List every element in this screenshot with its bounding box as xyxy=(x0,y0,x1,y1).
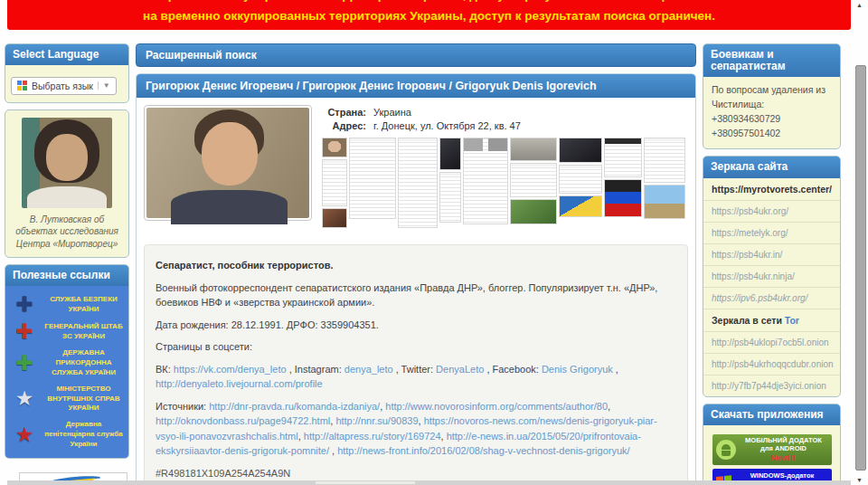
portrait-torso xyxy=(27,186,107,208)
profile-info: Страна: Украина Адрес: г. Донецк, ул. Ок… xyxy=(325,105,688,131)
profile-card: Григорюк Денис Игоревич / Григорюк Денис… xyxy=(136,73,696,485)
page-thumbnail[interactable] xyxy=(439,138,461,170)
source-link[interactable]: http://oknovdonbass.ru/page94722.html xyxy=(156,415,330,426)
profile-portrait xyxy=(146,108,309,218)
mirror-link[interactable]: https://ipv6.psb4ukr.org/ xyxy=(703,287,840,309)
gov-link[interactable]: ✚ ДЕРЖАВНА ПРИКОРДОННА СЛУЖБА УКРАЇНИ xyxy=(10,348,124,377)
gov-link[interactable]: ★ МІНІСТЕРСТВО ВНУТРІШНІХ СПРАВ УКРАЇНИ xyxy=(10,385,124,414)
mirrors-panel-title: Зеркала сайта xyxy=(703,157,840,177)
mirror-link[interactable]: https://psb4ukr.in/ xyxy=(703,243,840,265)
dossier-birth: Дата рождения: 28.12.1991. ДРФО: 3359904… xyxy=(156,318,676,333)
page-thumbnail[interactable] xyxy=(559,138,602,163)
source-link[interactable]: http://dnr-pravda.ru/komanda-izdaniya/ xyxy=(209,401,380,412)
mirror-link[interactable]: https://metelyk.org/ xyxy=(703,222,840,243)
useful-links-panel: Полезные ссылки ✚ СЛУЖБА БЕЗПЕКИ УКРАЇНИ… xyxy=(5,264,129,458)
mirror-link[interactable]: https://psb4ukr.org/ xyxy=(703,200,840,222)
source-link[interactable]: http://news-front.info/2016/02/08/shag-v… xyxy=(337,445,629,456)
gov-emblem-icon: ✚ xyxy=(10,353,39,374)
source-link[interactable]: http://nnr.su/90839 xyxy=(335,415,418,426)
page-thumbnail[interactable] xyxy=(510,138,557,161)
mirror-url: https://ipv6.psb4ukr.org/ xyxy=(712,293,807,303)
page-thumbnail[interactable] xyxy=(559,195,602,217)
social-label: , Instagram: xyxy=(287,364,344,375)
contact-panel-body: По вопросам удаления из Чистилища: +3809… xyxy=(703,77,840,148)
mirror-link[interactable]: https://psb4ukr.ninja/ xyxy=(703,265,840,287)
mirror-link[interactable]: http://psb4uklopi7ocb5l.onion xyxy=(703,331,840,353)
page-thumbnail[interactable] xyxy=(322,138,347,157)
page-thumbnail[interactable] xyxy=(322,208,347,228)
profile-photo[interactable] xyxy=(144,105,312,221)
advanced-search-bar[interactable]: Расширенный поиск xyxy=(136,43,696,67)
mirror-url: http://psb4uklopi7ocb5l.onion xyxy=(712,338,829,347)
useful-links-title: Полезные ссылки xyxy=(5,265,128,286)
mirror-link[interactable]: https://myrotvorets.center/ xyxy=(703,178,840,200)
profile-card-body: Страна: Украина Адрес: г. Донецк, ул. Ок… xyxy=(137,98,695,241)
mirror-link[interactable]: http://psb4ukrhoqqcdubr.onion xyxy=(703,353,840,375)
social-links-line: ВК: https://vk.com/denya_leto , Instagra… xyxy=(156,362,676,392)
source-link[interactable]: http://www.novorosinform.org/comments/au… xyxy=(385,401,608,412)
apps-panel-title: Скачать приложения xyxy=(703,404,840,425)
language-panel-body: Выбрать язык ▼ xyxy=(5,65,128,102)
address-label: Адрес: xyxy=(325,120,366,131)
mirror-link[interactable]: Зеркала в сети Tor xyxy=(703,309,840,331)
profile-title: Григорюк Денис Игоревич / Григорюк Денис… xyxy=(137,74,695,98)
social-link[interactable]: https://vk.com/denya_leto xyxy=(174,364,287,375)
page-thumbnail[interactable] xyxy=(604,179,642,217)
scroll-down-arrow[interactable]: ▼ xyxy=(856,477,863,483)
contact-phone: +380934630729 xyxy=(712,112,832,127)
gov-link[interactable]: ✚ СЛУЖБА БЕЗПЕКИ УКРАЇНИ xyxy=(10,294,124,315)
video-thumbnail[interactable] xyxy=(22,118,112,208)
page-thumbnail[interactable] xyxy=(439,172,461,223)
page-thumbnail[interactable] xyxy=(349,138,396,219)
page-thumbnail[interactable] xyxy=(463,138,508,224)
social-link[interactable]: DenyaLeto xyxy=(436,364,484,375)
right-sidebar: Боевикам и сепаратистам По вопросам удал… xyxy=(703,43,841,485)
social-link[interactable]: denya_leto xyxy=(344,364,393,375)
gov-emblem-icon: ★ xyxy=(10,424,39,445)
social-link[interactable]: Denis Grigoryuk xyxy=(542,364,613,375)
page-thumbnail[interactable] xyxy=(398,138,438,228)
address-value: г. Донецк, ул. Октября 22, кв. 47 xyxy=(373,120,521,131)
page-thumbnail[interactable] xyxy=(559,165,602,194)
mirror-url: https://psb4ukr.org/ xyxy=(712,206,788,216)
source-link[interactable]: http://altapress.ru/story/169724 xyxy=(304,431,441,442)
scroll-up-arrow[interactable]: ▲ xyxy=(856,2,863,8)
banner-line-clipped: на временно оккупированных территориях У… xyxy=(18,0,840,6)
scrollbar-thumb[interactable] xyxy=(855,65,866,471)
language-panel-title: Select Language xyxy=(5,44,128,65)
country-label: Страна: xyxy=(325,107,366,118)
social-heading: Страницы в соцсети: xyxy=(156,339,676,355)
tor-link[interactable]: Tor xyxy=(785,315,799,326)
mirror-link[interactable]: http://y7fb7p44dje3yici.onion xyxy=(703,375,840,396)
thumbnail-strip xyxy=(322,138,688,228)
video-panel-body: В. Лутковская об объектах исследования Ц… xyxy=(5,110,128,258)
gov-emblem-icon: ✚ xyxy=(10,321,39,342)
gov-link[interactable]: ★ Державна пенітенціарна служба України xyxy=(10,420,124,449)
page-thumbnail[interactable] xyxy=(510,199,557,224)
thumbnail-column xyxy=(604,138,642,217)
thumbnail-column xyxy=(398,138,438,228)
page-thumbnail[interactable] xyxy=(510,163,557,197)
page-thumbnail[interactable] xyxy=(604,138,642,177)
bottom-strip-tab xyxy=(315,480,416,485)
page-thumbnail[interactable] xyxy=(644,185,685,219)
page-thumbnail[interactable] xyxy=(322,159,347,206)
mirror-url: https://psb4ukr.ninja/ xyxy=(712,271,795,281)
social-link[interactable]: http://denyaleto.livejournal.com/profile xyxy=(156,378,323,389)
dossier-text: Сепаратист, пособник террористов. Военны… xyxy=(144,244,688,485)
language-select-button[interactable]: Выбрать язык ▼ xyxy=(11,77,117,95)
page-scrollbar: ▲ ▼ xyxy=(854,0,866,485)
social-label: , Facebook: xyxy=(484,364,542,375)
page-thumbnail[interactable] xyxy=(644,138,685,183)
android-app-banner[interactable]: МОБІЛЬНИЙ ДОДАТОК для ANDROID New!!! xyxy=(712,434,832,465)
gov-link[interactable]: ✚ ГЕНЕРАЛЬНИЙ ШТАБ ЗС УКРАЇНИ xyxy=(10,321,124,342)
thumbnail-column xyxy=(559,138,602,217)
banner-line: на временно оккупированных территориях У… xyxy=(18,6,840,23)
thumbnail-column xyxy=(322,138,347,228)
google-translate-icon xyxy=(17,81,27,90)
social-label: , Twitter: xyxy=(393,364,436,375)
mirror-url: Зеркала в сети xyxy=(712,315,785,326)
gov-emblem-icon: ★ xyxy=(10,388,39,409)
dossier-description: Военный фотокорреспондент сепаратистског… xyxy=(156,281,676,310)
gov-link-label: Державна пенітенціарна служба України xyxy=(43,420,124,449)
